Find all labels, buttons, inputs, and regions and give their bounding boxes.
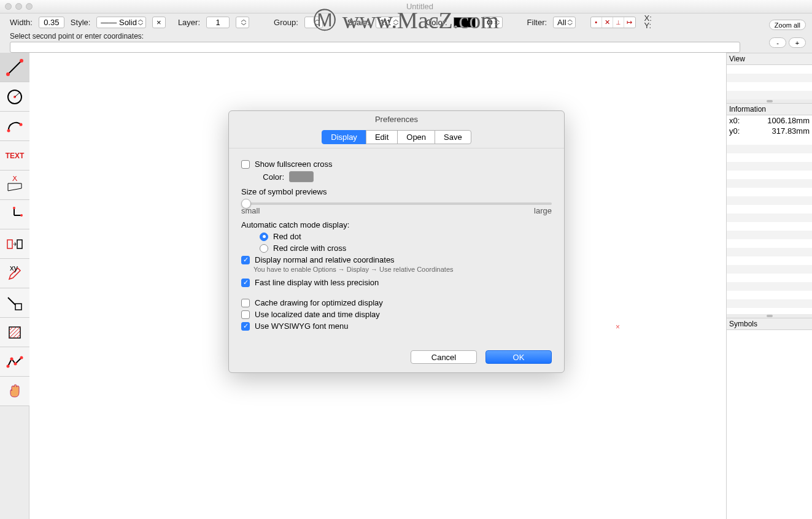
preview-size-slider[interactable]	[241, 202, 552, 205]
wysiwyg-label: Use WYSIWYG font menu	[255, 321, 348, 331]
dialog-title: Preferences	[229, 111, 564, 130]
cross-color-well[interactable]	[289, 171, 314, 182]
size-preview-label: Size of symbol previews	[241, 187, 552, 196]
dialog-tabs: Display Edit Open Save	[229, 130, 564, 144]
display-coords-checkbox[interactable]	[241, 256, 250, 264]
tab-open[interactable]: Open	[397, 130, 435, 144]
cross-color-label: Color:	[260, 172, 284, 182]
localized-date-checkbox[interactable]	[241, 310, 250, 319]
display-coords-note: You have to enable Options → Display → U…	[253, 266, 552, 273]
show-fullscreen-checkbox[interactable]	[241, 160, 250, 169]
ok-button[interactable]: OK	[485, 350, 552, 364]
tab-display[interactable]: Display	[322, 130, 366, 144]
tab-edit[interactable]: Edit	[366, 130, 398, 144]
tab-save[interactable]: Save	[435, 130, 471, 144]
red-dot-label: Red dot	[273, 232, 301, 241]
localized-date-label: Use localized date and time display	[255, 310, 380, 319]
slider-large-label: large	[534, 206, 552, 215]
fast-line-label: Fast line display with less precision	[255, 278, 379, 287]
show-fullscreen-label: Show fullscreen cross	[255, 160, 332, 169]
wysiwyg-checkbox[interactable]	[241, 322, 250, 331]
cache-drawing-label: Cache drawing for optimized display	[255, 298, 383, 307]
cancel-button[interactable]: Cancel	[411, 350, 477, 364]
red-circle-radio[interactable]	[260, 244, 268, 253]
fast-line-checkbox[interactable]	[241, 279, 250, 287]
slider-handle[interactable]	[241, 199, 251, 209]
red-dot-radio[interactable]	[260, 233, 268, 241]
red-circle-label: Red circle with cross	[273, 244, 346, 253]
modal-backdrop: Preferences Display Edit Open Save Show …	[0, 0, 812, 519]
auto-catch-label: Automatic catch mode display:	[241, 220, 552, 229]
display-coords-label: Display normal and relative coordinates	[255, 255, 395, 264]
cache-drawing-checkbox[interactable]	[241, 299, 250, 307]
preferences-dialog: Preferences Display Edit Open Save Show …	[228, 110, 565, 373]
